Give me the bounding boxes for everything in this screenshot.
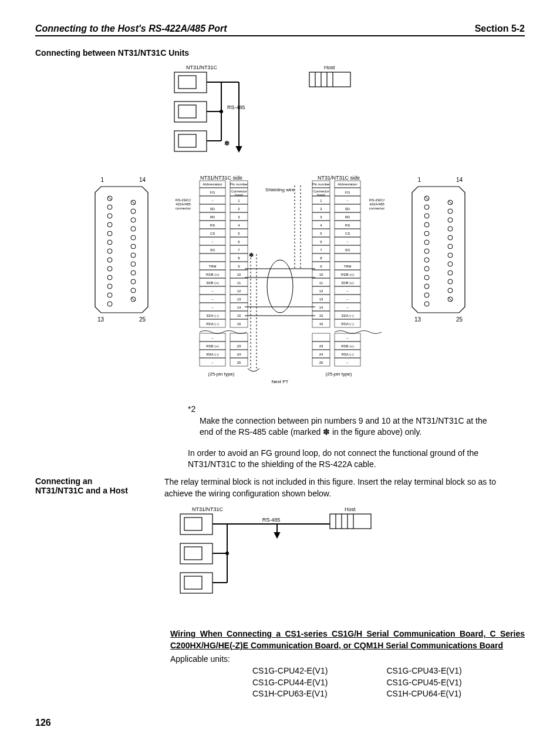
svg-text:RDA (–): RDA (–) bbox=[206, 322, 218, 326]
svg-text:NT31/NT31C side: NT31/NT31C side bbox=[200, 175, 242, 181]
svg-point-44 bbox=[131, 270, 136, 275]
svg-point-45 bbox=[131, 279, 136, 284]
page-number: 126 bbox=[35, 718, 525, 728]
svg-line-36 bbox=[131, 201, 135, 204]
svg-text:RDA (–): RDA (–) bbox=[341, 322, 353, 326]
svg-point-58 bbox=[424, 231, 429, 236]
svg-text:SDA (–): SDA (–) bbox=[206, 314, 218, 317]
svg-point-75 bbox=[448, 262, 453, 266]
svg-point-60 bbox=[424, 249, 429, 253]
svg-text:1: 1 bbox=[100, 177, 104, 183]
svg-rect-286 bbox=[184, 576, 202, 589]
svg-text:SDB (+): SDB (+) bbox=[206, 281, 219, 285]
section-connecting-units: Connecting between NT31/NT31C Units bbox=[35, 48, 525, 58]
svg-point-27 bbox=[107, 240, 112, 245]
svg-text:–: – bbox=[346, 306, 349, 309]
svg-text:Pin number: Pin number bbox=[230, 182, 248, 186]
svg-point-23 bbox=[107, 205, 112, 209]
note-2: *2 Make the connection between pin numbe… bbox=[188, 404, 490, 438]
svg-text:13: 13 bbox=[319, 297, 323, 301]
svg-point-32 bbox=[107, 284, 112, 289]
svg-text:Next PT: Next PT bbox=[272, 379, 289, 384]
svg-marker-17 bbox=[237, 147, 241, 151]
unit: CS1G-CPU42-E(V1) bbox=[252, 665, 328, 677]
svg-text:NT31/NT31C: NT31/NT31C bbox=[192, 506, 224, 512]
svg-text:24: 24 bbox=[237, 353, 241, 356]
svg-point-28 bbox=[107, 249, 112, 253]
host-label: Host bbox=[324, 65, 335, 70]
svg-point-25 bbox=[107, 222, 112, 227]
svg-text:Abbreviation: Abbreviation bbox=[338, 182, 357, 186]
svg-rect-2 bbox=[174, 102, 207, 122]
svg-point-56 bbox=[424, 214, 429, 218]
svg-point-29 bbox=[107, 258, 112, 262]
svg-point-38 bbox=[131, 218, 136, 222]
svg-text:25: 25 bbox=[139, 316, 146, 323]
pinout-diagram: 1 14 13 25 1 14 13 25 NT31/NT31C side bbox=[35, 175, 525, 392]
svg-point-39 bbox=[131, 226, 136, 231]
svg-point-40 bbox=[131, 235, 136, 240]
svg-point-71 bbox=[448, 226, 453, 231]
svg-text:RS: RS bbox=[345, 224, 350, 227]
svg-point-63 bbox=[424, 275, 429, 280]
unit: CS1G-CPU44-E(V1) bbox=[252, 677, 328, 689]
svg-text:5: 5 bbox=[320, 232, 322, 235]
svg-rect-159 bbox=[230, 333, 248, 341]
svg-line-68 bbox=[448, 201, 452, 204]
svg-point-69 bbox=[448, 209, 453, 214]
svg-point-24 bbox=[107, 214, 112, 218]
svg-text:3: 3 bbox=[320, 215, 322, 219]
svg-text:RS-485: RS-485 bbox=[262, 517, 281, 523]
svg-text:–: – bbox=[346, 297, 349, 301]
rs485-label: RS-485 bbox=[227, 104, 245, 110]
svg-point-62 bbox=[424, 266, 429, 271]
svg-rect-122 bbox=[200, 253, 225, 262]
svg-text:7: 7 bbox=[238, 248, 240, 252]
svg-rect-246 bbox=[312, 333, 330, 341]
svg-point-64 bbox=[424, 284, 429, 289]
svg-text:SD: SD bbox=[210, 207, 215, 211]
svg-point-73 bbox=[448, 244, 453, 249]
svg-text:–: – bbox=[346, 336, 349, 340]
svg-text:7: 7 bbox=[320, 248, 322, 252]
svg-text:–: – bbox=[346, 289, 349, 293]
svg-text:1: 1 bbox=[320, 199, 322, 202]
svg-text:23: 23 bbox=[237, 344, 241, 348]
svg-point-72 bbox=[448, 235, 453, 240]
unit: CS1H-CPU64-E(V1) bbox=[386, 688, 461, 700]
svg-text:(25-pin type): (25-pin type) bbox=[326, 371, 352, 377]
diagram-nt31-host: NT31/NT31C Host RS-485 bbox=[35, 505, 525, 617]
fg-loop-note: In order to avoid an FG ground loop, do … bbox=[188, 448, 490, 471]
svg-text:15: 15 bbox=[237, 314, 241, 317]
svg-text:12: 12 bbox=[319, 289, 323, 293]
header-right: Section 5-2 bbox=[475, 23, 525, 34]
svg-line-48 bbox=[131, 297, 135, 301]
svg-text:1: 1 bbox=[417, 177, 421, 183]
svg-rect-282 bbox=[184, 518, 202, 530]
svg-text:3: 3 bbox=[238, 215, 240, 219]
svg-rect-284 bbox=[184, 547, 202, 560]
svg-text:FG: FG bbox=[210, 191, 215, 194]
svg-text:13: 13 bbox=[237, 297, 241, 301]
svg-text:RSB (+): RSB (+) bbox=[341, 344, 354, 348]
svg-text:25: 25 bbox=[456, 316, 463, 323]
svg-text:RSA (–): RSA (–) bbox=[341, 353, 353, 356]
svg-text:14: 14 bbox=[319, 306, 323, 309]
svg-text:SD: SD bbox=[345, 207, 350, 211]
header-left: Connecting to the Host's RS-422A/485 Por… bbox=[35, 23, 227, 34]
svg-text:connector: connector bbox=[369, 207, 384, 210]
svg-text:RS: RS bbox=[210, 224, 215, 227]
section2-text: The relay terminal block is not included… bbox=[164, 476, 525, 499]
svg-text:9: 9 bbox=[320, 265, 322, 268]
svg-text:6: 6 bbox=[238, 240, 240, 244]
svg-text:FG: FG bbox=[345, 191, 350, 194]
svg-text:–: – bbox=[211, 297, 214, 301]
svg-point-65 bbox=[424, 293, 429, 297]
svg-text:13: 13 bbox=[414, 316, 421, 323]
svg-text:RD: RD bbox=[210, 215, 215, 219]
svg-text:4: 4 bbox=[320, 224, 322, 227]
unit: CS1G-CPU43-E(V1) bbox=[386, 665, 461, 677]
svg-rect-1 bbox=[178, 76, 196, 89]
svg-text:✽: ✽ bbox=[249, 252, 254, 258]
nt31-label: NT31/NT31C bbox=[186, 65, 218, 70]
